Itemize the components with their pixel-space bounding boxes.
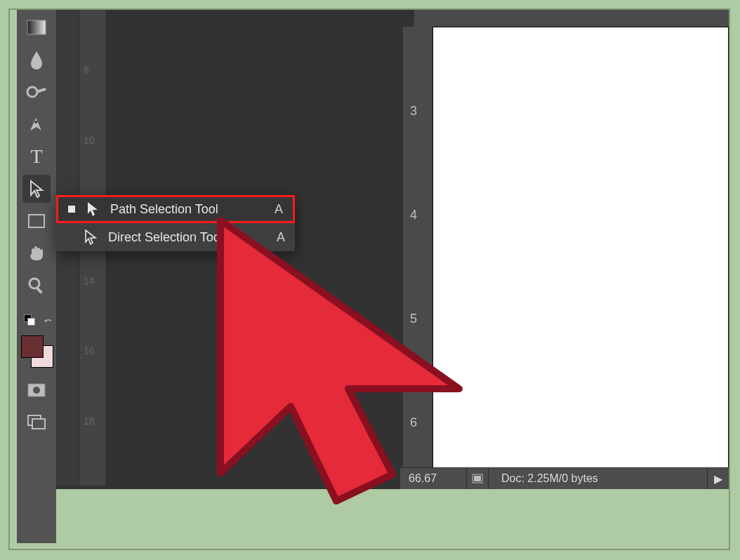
document-size[interactable]: Doc: 2.25M/0 bytes (489, 468, 708, 489)
flyout-label: Direct Selection Tool (108, 230, 267, 245)
ruler-tick: 16 (84, 345, 95, 356)
pen-tool[interactable] (22, 110, 51, 138)
ruler-tick: 6 (410, 415, 417, 430)
zoom-icon (27, 276, 46, 295)
hand-icon (27, 244, 46, 262)
path-selection-icon (29, 180, 44, 198)
svg-rect-10 (32, 419, 45, 429)
svg-point-5 (29, 279, 39, 288)
svg-rect-0 (27, 20, 46, 34)
type-tool[interactable]: T (22, 142, 51, 171)
vertical-ruler-right: 3 4 5 6 (403, 27, 433, 468)
blur-icon (28, 50, 45, 69)
selected-marker (68, 206, 75, 213)
quick-mask-tool[interactable] (22, 376, 51, 404)
screen-mode-tool[interactable] (22, 408, 51, 436)
type-icon: T (30, 145, 42, 168)
svg-rect-12 (474, 476, 481, 481)
ruler-corner (414, 10, 729, 27)
svg-point-3 (34, 121, 37, 124)
app-frame: T (8, 8, 730, 550)
svg-rect-4 (29, 215, 44, 227)
flyout-shortcut: A (275, 202, 283, 217)
path-selection-tool[interactable] (22, 175, 51, 203)
gradient-tool[interactable] (22, 13, 51, 41)
ruler-tick: 3 (410, 104, 417, 119)
ruler-tick: 14 (84, 275, 95, 286)
ruler-tick: 5 (410, 312, 417, 326)
foreground-swatch[interactable] (21, 335, 44, 358)
ruler-tick: 8 (84, 65, 89, 76)
hand-tool[interactable] (22, 239, 51, 267)
pen-icon (27, 115, 46, 133)
flyout-item-direct-selection[interactable]: Direct Selection Tool A (56, 223, 295, 251)
zoom-tool[interactable] (22, 272, 51, 300)
gradient-icon (27, 20, 46, 35)
canvas[interactable] (432, 27, 729, 468)
ruler-tick: 4 (410, 208, 417, 222)
rectangle-icon (28, 214, 45, 228)
blur-tool[interactable] (22, 46, 51, 74)
status-preview-icon[interactable] (467, 468, 489, 489)
color-controls-row: ⤺ (22, 312, 53, 328)
ruler-tick: 10 (84, 135, 95, 146)
flyout-shortcut: A (277, 230, 285, 245)
document-preview-icon (472, 474, 483, 484)
work-area: 8 10 12 14 16 18 3 4 5 6 66.67 Doc: 2.25… (56, 10, 729, 549)
color-swatches[interactable] (21, 335, 53, 371)
quick-mask-icon (27, 383, 46, 397)
status-menu-arrow[interactable]: ▶ (708, 468, 729, 489)
svg-rect-6 (36, 287, 43, 294)
svg-point-1 (27, 87, 37, 97)
tool-flyout: Path Selection Tool A Direct Selection T… (56, 195, 295, 251)
screen-mode-icon (27, 415, 46, 430)
dodge-tool[interactable] (22, 78, 51, 106)
reset-colors-icon[interactable] (24, 314, 35, 326)
direct-selection-icon (83, 229, 98, 245)
status-bar: 66.67 Doc: 2.25M/0 bytes ▶ (400, 467, 729, 489)
svg-point-8 (33, 387, 40, 394)
dodge-icon (26, 84, 47, 100)
rectangle-tool[interactable] (22, 207, 51, 235)
ruler-tick: 18 (84, 415, 95, 427)
svg-rect-2 (36, 88, 46, 93)
swap-colors-icon[interactable]: ⤺ (44, 315, 52, 326)
path-selection-icon (85, 201, 100, 217)
bottom-overscan (56, 489, 729, 549)
toolbar: T (17, 10, 56, 543)
zoom-level[interactable]: 66.67 (400, 468, 467, 489)
flyout-item-path-selection[interactable]: Path Selection Tool A (56, 195, 295, 223)
flyout-label: Path Selection Tool (110, 202, 265, 217)
